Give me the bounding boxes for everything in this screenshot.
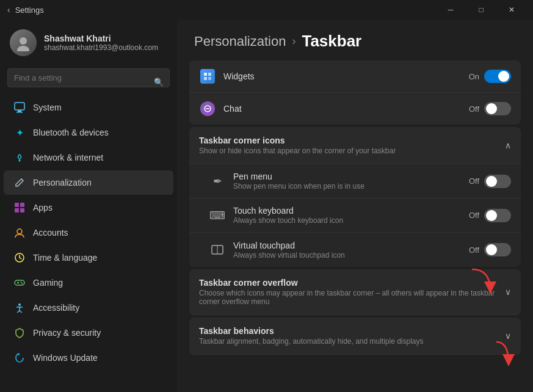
page-header: Personalization › Taskbar — [177, 20, 533, 60]
virtual-touchpad-text: Virtual touchpad Always show virtual tou… — [233, 241, 469, 260]
virtual-touchpad-row: Virtual touchpad Always show virtual tou… — [189, 233, 521, 267]
svg-rect-6 — [15, 203, 19, 207]
corner-overflow-group: Taskbar corner overflow Choose which ico… — [189, 269, 521, 315]
chat-toggle-knob — [486, 103, 497, 114]
system-icon — [13, 101, 26, 114]
sidebar-item-privacy[interactable]: Privacy & security — [4, 321, 173, 345]
pen-menu-text: Pen menu Show pen menu icon when pen is … — [233, 172, 469, 191]
search-input[interactable] — [7, 68, 170, 87]
corner-icons-desc: Show or hide icons that appear on the co… — [199, 147, 500, 155]
behaviors-header[interactable]: Taskbar behaviors Taskbar alignment, bad… — [189, 318, 521, 355]
widgets-row: Widgets On — [189, 60, 521, 93]
behaviors-desc: Taskbar alignment, badging, automaticall… — [199, 337, 500, 346]
sidebar-item-label-accounts: Accounts — [33, 228, 68, 238]
corner-overflow-header[interactable]: Taskbar corner overflow Choose which ico… — [189, 269, 521, 315]
sidebar-item-time[interactable]: Time & language — [4, 245, 173, 270]
virtual-touchpad-label: Virtual touchpad — [233, 241, 469, 250]
svg-rect-12 — [15, 280, 24, 285]
top-settings-group: Widgets On — [189, 60, 521, 125]
pen-menu-state: Off — [469, 176, 479, 186]
user-email: shashwat.khatri1993@outlook.com — [44, 43, 158, 52]
pen-menu-icon: ✒ — [209, 173, 226, 190]
search-container: 🔍 — [0, 64, 177, 95]
pen-menu-control: Off — [469, 175, 511, 188]
touch-keyboard-control: Off — [469, 209, 511, 222]
privacy-icon — [13, 327, 26, 339]
svg-rect-4 — [16, 112, 23, 113]
svg-rect-2 — [15, 103, 24, 110]
chat-icon — [199, 100, 216, 117]
sidebar-item-update[interactable]: Windows Update — [4, 346, 173, 370]
pen-menu-label: Pen menu — [233, 172, 469, 181]
avatar — [10, 29, 37, 56]
sidebar-item-apps[interactable]: Apps — [4, 195, 173, 220]
virtual-touchpad-control: Off — [469, 243, 511, 256]
touch-keyboard-knob — [486, 210, 497, 221]
svg-rect-21 — [208, 77, 211, 80]
sidebar-item-label-accessibility: Accessibility — [33, 303, 79, 313]
behaviors-text: Taskbar behaviors Taskbar alignment, bad… — [199, 326, 500, 346]
sidebar-item-label-update: Windows Update — [33, 353, 98, 363]
breadcrumb-current: Taskbar — [302, 32, 361, 51]
chat-toggle[interactable] — [484, 102, 511, 115]
network-icon — [13, 151, 26, 164]
corner-icons-header-text: Taskbar corner icons Show or hide icons … — [199, 136, 500, 155]
touch-keyboard-toggle[interactable] — [484, 209, 511, 222]
sidebar-item-accessibility[interactable]: Accessibility — [4, 296, 173, 320]
corner-overflow-chevron: ∨ — [505, 287, 511, 297]
svg-rect-19 — [208, 73, 211, 76]
sidebar-item-bluetooth[interactable]: ✦Bluetooth & devices — [4, 120, 173, 145]
behaviors-title: Taskbar behaviors — [199, 326, 500, 336]
sidebar-item-accounts[interactable]: Accounts — [4, 220, 173, 245]
corner-overflow-desc: Choose which icons may appear in the tas… — [199, 289, 500, 306]
back-button[interactable]: ‹ — [7, 5, 10, 15]
svg-rect-18 — [204, 73, 207, 76]
sidebar-item-label-time: Time & language — [33, 253, 97, 263]
bluetooth-icon: ✦ — [13, 126, 26, 139]
user-name: Shashwat Khatri — [44, 34, 158, 43]
svg-point-0 — [20, 37, 27, 45]
sidebar-item-personalization[interactable]: Personalization — [4, 170, 173, 195]
window-controls: ─ □ ✕ — [437, 0, 526, 20]
touch-keyboard-desc: Always show touch keyboard icon — [233, 216, 469, 225]
svg-rect-9 — [20, 208, 24, 212]
close-button[interactable]: ✕ — [498, 0, 526, 20]
widgets-toggle-knob — [498, 71, 509, 82]
svg-point-1 — [17, 46, 29, 51]
title-bar-title: Settings — [15, 5, 44, 15]
breadcrumb-parent: Personalization — [194, 34, 286, 49]
svg-point-23 — [206, 108, 207, 109]
touch-keyboard-state: Off — [469, 211, 479, 220]
pen-menu-toggle[interactable] — [484, 175, 511, 188]
svg-point-17 — [18, 303, 21, 306]
widgets-toggle[interactable] — [484, 70, 511, 83]
sidebar-item-gaming[interactable]: Gaming — [4, 270, 173, 295]
corner-icons-group: Taskbar corner icons Show or hide icons … — [189, 127, 521, 267]
maximize-button[interactable]: □ — [467, 0, 495, 20]
chat-text: Chat — [223, 104, 469, 114]
behaviors-chevron: ∨ — [505, 331, 511, 341]
minimize-button[interactable]: ─ — [437, 0, 465, 20]
sidebar-item-label-network: Network & internet — [33, 153, 103, 162]
svg-point-10 — [17, 229, 22, 234]
nav-list: System✦Bluetooth & devicesNetwork & inte… — [0, 95, 177, 371]
virtual-touchpad-desc: Always show virtual touchpad icon — [233, 251, 469, 260]
sidebar-item-label-gaming: Gaming — [33, 278, 63, 288]
widgets-text: Widgets — [223, 71, 469, 81]
chat-control: Off — [469, 102, 511, 115]
search-icon: 🔍 — [154, 77, 164, 86]
svg-rect-3 — [18, 111, 21, 112]
chat-state-label: Off — [469, 104, 479, 114]
virtual-touchpad-toggle[interactable] — [484, 243, 511, 256]
main-content: Personalization › Taskbar — [177, 20, 533, 392]
sidebar-item-system[interactable]: System — [4, 95, 173, 120]
user-info: Shashwat Khatri shashwat.khatri1993@outl… — [44, 34, 158, 52]
accounts-icon — [13, 227, 26, 239]
accessibility-icon — [13, 302, 26, 314]
svg-point-25 — [208, 108, 209, 109]
touch-keyboard-row: ⌨ Touch keyboard Always show touch keybo… — [189, 198, 521, 233]
user-profile[interactable]: Shashwat Khatri shashwat.khatri1993@outl… — [0, 20, 177, 64]
corner-icons-chevron: ∧ — [505, 140, 511, 150]
corner-icons-header[interactable]: Taskbar corner icons Show or hide icons … — [189, 127, 521, 164]
sidebar-item-network[interactable]: Network & internet — [4, 145, 173, 170]
